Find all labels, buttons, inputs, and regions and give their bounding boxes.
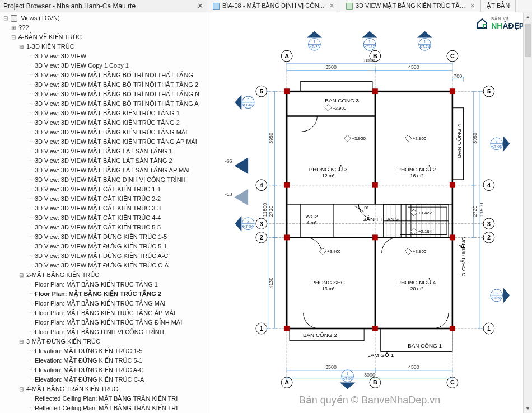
tree-item[interactable]: ⊞ ??? [2, 23, 207, 32]
tree-item[interactable]: ⋯3D View: 3D VIEW Copy 1 Copy 1 [2, 61, 207, 71]
tree-group[interactable]: ⊟ 2-MẶT BẰNG KIẾN TRÚC [2, 270, 207, 280]
svg-text:2720: 2720 [268, 206, 274, 217]
svg-marker-210 [235, 157, 249, 174]
tree-item[interactable]: ⋯Elevation: MẶT ĐỨNG KIẾN TRÚC C-A [2, 375, 207, 384]
tree-item[interactable]: ⋯3D View: 3D VIEW MẶT CẮT KIẾN TRÚC 2-2 [2, 194, 207, 204]
close-icon[interactable]: ✕ [470, 2, 475, 10]
svg-text:16 m²: 16 m² [410, 173, 423, 179]
tree-item[interactable]: ⋯Floor Plan: MẶT BẰNG KIẾN TRÚC TẦNG 2 [2, 289, 207, 299]
svg-marker-126 [417, 31, 433, 38]
collapse-icon[interactable]: ⊟ [18, 385, 25, 393]
svg-marker-121 [362, 31, 377, 38]
svg-text:2720: 2720 [472, 206, 478, 217]
close-panel-button[interactable]: ✕ [197, 2, 203, 10]
tree-item[interactable]: ⋯3D View: 3D VIEW MẶT CẮT KIẾN TRÚC 5-5 [2, 223, 207, 232]
tree-item[interactable]: ⋯3D View: 3D VIEW MẶT BẰNG LÁT SÀN TẦNG … [2, 147, 207, 156]
tree-root[interactable]: ⊟ Views (TCVN) [2, 13, 207, 23]
tree-item[interactable]: ⋯3D View: 3D VIEW MẶT ĐỨNG KIẾN TRÚC C-A [2, 261, 207, 270]
tree-group[interactable]: ⊟ 1-3D KIẾN TRÚC [2, 42, 207, 51]
project-tree[interactable]: ⊟ Views (TCVN) ⊞ ??? ⊟ A-BẢN VẼ KIẾN TRÚ… [0, 12, 207, 413]
tree-label: Reflected Ceiling Plan: MẶT BẰNG TRẦN KI… [35, 395, 178, 402]
svg-rect-38 [284, 326, 290, 331]
svg-text:KT-56: KT-56 [492, 296, 502, 300]
tree-item[interactable]: ⋯3D View: 3D VIEW MẶT ĐỨNG KIẾN TRÚC 1-5 [2, 232, 207, 242]
tree-item[interactable]: ⋯Floor Plan: MẶT BẰNG KIẾN TRÚC TẦNG ĐỈN… [2, 318, 207, 327]
scroll-up-icon[interactable]: ▲ [524, 12, 532, 21]
collapse-icon[interactable]: ⊟ [18, 271, 25, 279]
tree-group[interactable]: ⊟ 3-MẶT ĐỨNG KIẾN TRÚC [2, 337, 207, 346]
tree-item[interactable]: ⋯Floor Plan: MẶT BẰNG KIẾN TRÚC TẦNG 1 [2, 280, 207, 289]
tree-label: 1-3D KIẾN TRÚC [26, 43, 74, 50]
tree-item[interactable]: ⋯3D View: 3D VIEW MẶT BẰNG BỐ TRÍ NỘI TH… [2, 99, 207, 109]
svg-rect-45 [450, 234, 455, 240]
view-tabs: BÌA-08 - MẶT BẰNG ĐỊNH VỊ CÔN... ✕ 3D VI… [207, 0, 532, 12]
tree-item[interactable]: ⋯Reflected Ceiling Plan: MẶT BẰNG TRẦN K… [2, 394, 207, 403]
svg-text:KT-24: KT-24 [419, 45, 430, 49]
tree-item[interactable]: ⋯3D View: 3D VIEW MẶT BẰNG BỐ TRÍ NỘI TH… [2, 71, 207, 80]
svg-text:PHÒNG SHC: PHÒNG SHC [311, 279, 345, 285]
tree-label: Elevation: MẶT ĐỨNG KIẾN TRÚC 5-1 [35, 357, 142, 364]
scroll-down-icon[interactable]: ▼ [524, 404, 532, 413]
tree-item[interactable]: ⋯3D View: 3D VIEW MẶT BẰNG BỐ TRÍ NỘI TH… [2, 80, 207, 90]
tree-item[interactable]: ⋯3D View: 3D VIEW MẶT ĐỨNG KIẾN TRÚC 5-1 [2, 242, 207, 251]
tree-item[interactable]: ⋯3D View: 3D VIEW MẶT CẮT KIẾN TRÚC 3-3 [2, 204, 207, 213]
scroll-thumb[interactable] [525, 24, 531, 57]
svg-rect-42 [372, 326, 378, 331]
collapse-icon[interactable]: ⊟ [2, 14, 9, 22]
svg-text:2: 2 [260, 234, 263, 241]
tree-item[interactable]: ⋯3D View: 3D VIEW MẶT BẰNG LÁT SÀN TẦNG … [2, 166, 207, 175]
collapse-icon[interactable]: ⊟ [18, 43, 25, 51]
tree-item[interactable]: ⋯3D View: 3D VIEW [2, 51, 207, 61]
svg-rect-36 [284, 182, 290, 188]
svg-text:8000: 8000 [364, 372, 375, 378]
svg-text:BAN CÔNG 4: BAN CÔNG 4 [456, 124, 462, 158]
tree-label: 3D View: 3D VIEW MẶT BẰNG BỐ TRÍ NỘI THẤ… [35, 100, 199, 107]
tree-item[interactable]: ⋯Floor Plan: MẶT BẰNG KIẾN TRÚC TẦNG ÁP … [2, 308, 207, 318]
tree-label: 3D View: 3D VIEW MẶT ĐỨNG KIẾN TRÚC 1-5 [35, 233, 167, 240]
svg-text:1: 1 [368, 40, 371, 44]
tree-item[interactable]: ⋯3D View: 3D VIEW MẶT CẮT KIẾN TRÚC 4-4 [2, 213, 207, 223]
tree-label: 3D View: 3D VIEW MẶT BẰNG BỐ TRÍ NỘI THẤ… [35, 91, 199, 97]
tab-3dview-partial[interactable]: ẶT BẢN [481, 0, 516, 12]
svg-line-47 [354, 206, 363, 212]
tree-item[interactable]: ⋯3D View: 3D VIEW MẶT BẰNG LÁT SÀN TẦNG … [2, 156, 207, 166]
logo-text-a: NH [491, 21, 502, 30]
tree-item[interactable]: ⋯Reflected Ceiling Plan: MẶT BẰNG TRẦN K… [2, 403, 207, 413]
collapse-icon[interactable]: ⊟ [18, 337, 25, 346]
viewport: BÌA-08 - MẶT BẰNG ĐỊNH VỊ CÔN... ✕ 3D VI… [207, 0, 532, 413]
close-icon[interactable]: ✕ [329, 2, 334, 10]
tree-item[interactable]: ⋯Floor Plan: MẶT BẰNG ĐỊNH VỊ CÔNG TRÌNH [2, 327, 207, 337]
svg-text:3: 3 [496, 291, 498, 295]
svg-text:KT-20: KT-20 [309, 45, 320, 49]
tree-item[interactable]: ⋯3D View: 3D VIEW MẶT ĐỨNG KIẾN TRÚC A-C [2, 251, 207, 261]
tree-item[interactable]: ⋯Elevation: MẶT ĐỨNG KIẾN TRÚC 1-5 [2, 346, 207, 356]
tree-group[interactable]: ⊟ A-BẢN VẼ KIẾN TRÚC [2, 32, 207, 42]
tree-item[interactable]: ⋯3D View: 3D VIEW MẶT BẰNG KIẾN TRÚC TẦN… [2, 137, 207, 147]
svg-rect-41 [372, 234, 378, 240]
tree-label: 3D View: 3D VIEW MẶT ĐỨNG KIẾN TRÚC A-C [35, 252, 169, 259]
svg-text:3: 3 [496, 139, 498, 143]
house-icon [475, 18, 489, 29]
tree-item[interactable]: ⋯3D View: 3D VIEW MẶT BẰNG KIẾN TRÚC TẦN… [2, 109, 207, 118]
tree-item[interactable]: ⋯3D View: 3D VIEW MẶT BẰNG KIẾN TRÚC TẦN… [2, 128, 207, 137]
tree-item[interactable]: ⋯3D View: 3D VIEW MẶT BẰNG BỐ TRÍ NỘI TH… [2, 90, 207, 99]
tree-item[interactable]: ⋯3D View: 3D VIEW MẶT CẮT KIẾN TRÚC 1-1 [2, 185, 207, 194]
tree-item[interactable]: ⋯Elevation: MẶT ĐỨNG KIẾN TRÚC 5-1 [2, 356, 207, 365]
svg-text:12 m²: 12 m² [322, 173, 335, 179]
svg-text:2: 2 [487, 234, 491, 241]
project-browser-panel: Project Browser - Nha anh Hanh-Ca Mau.rt… [0, 0, 207, 413]
svg-marker-151 [340, 383, 356, 389]
tree-item[interactable]: ⋯3D View: 3D VIEW MẶT BẰNG ĐỊNH VỊ CÔNG … [2, 175, 207, 185]
tree-item[interactable]: ⋯Floor Plan: MẶT BẰNG KIẾN TRÚC TẦNG MÁI [2, 299, 207, 308]
tree-item[interactable]: ⋯Elevation: MẶT ĐỨNG KIẾN TRÚC A-C [2, 365, 207, 375]
svg-text:4 m²: 4 m² [307, 220, 317, 226]
svg-marker-74 [405, 248, 412, 255]
tab-3dview[interactable]: 3D VIEW MẶT BẰNG KIẾN TRÚC TẦ... ✕ [340, 0, 481, 12]
tree-group[interactable]: ⊟ 4-MẶT BẰNG TRẦN KIẾN TRÚC [2, 384, 207, 394]
expand-icon[interactable]: ⊞ [10, 24, 17, 32]
collapse-icon[interactable]: ⊟ [10, 33, 17, 41]
tree-item[interactable]: ⋯3D View: 3D VIEW MẶT BẰNG KIẾN TRÚC TẦN… [2, 118, 207, 128]
tab-sheet[interactable]: BÌA-08 - MẶT BẰNG ĐỊNH VỊ CÔN... ✕ [207, 0, 340, 12]
drawing-canvas[interactable]: D1 BAN CÔNG 3PHÒNG NGỦ 312 m²PHÒNG NGỦ 2… [207, 12, 532, 413]
vertical-scrollbar[interactable]: ▲ ▼ [523, 12, 532, 413]
